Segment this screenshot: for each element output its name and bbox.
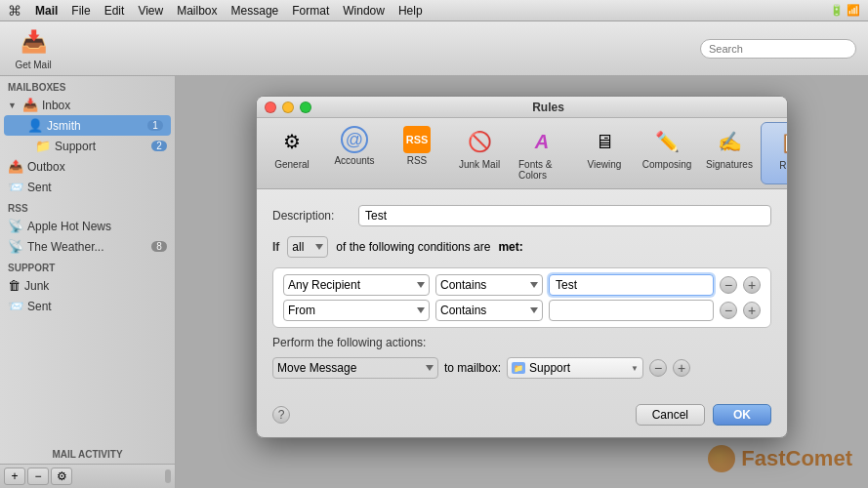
sidebar-item-inbox[interactable]: ▼ 📥 Inbox xyxy=(0,95,175,115)
rss-header: RSS xyxy=(0,197,175,216)
sidebar-toolbar: + − ⚙ xyxy=(0,464,175,488)
action-row: Move Message Copy Message Delete Message… xyxy=(272,357,771,379)
sidebar-item-weather[interactable]: 📡 The Weather... 8 xyxy=(0,236,175,257)
dialog-title: Rules xyxy=(317,101,779,114)
condition-1-remove[interactable]: − xyxy=(720,276,737,294)
mailbox-icon: 📁 xyxy=(512,362,525,374)
outbox-label: Outbox xyxy=(27,160,167,174)
all-select[interactable]: all any xyxy=(287,236,328,258)
menu-window[interactable]: Window xyxy=(343,4,385,18)
menu-edit[interactable]: Edit xyxy=(104,4,125,18)
menu-view[interactable]: View xyxy=(138,4,163,18)
general-icon: ⚙ xyxy=(276,126,308,157)
rules-icon: 📋 xyxy=(776,127,788,158)
rules-tool-button[interactable]: 📋 Rules xyxy=(761,122,788,184)
action-add[interactable]: + xyxy=(673,359,690,377)
menu-mailbox[interactable]: Mailbox xyxy=(177,4,217,18)
jsmith-icon: 👤 xyxy=(27,118,43,133)
menu-bar-right: 🔋 📶 xyxy=(830,4,860,17)
sent-icon: 📨 xyxy=(8,180,23,194)
junkmail-tool-button[interactable]: 🚫 Junk Mail xyxy=(448,122,511,184)
mailbox-select[interactable]: 📁 Support ▼ xyxy=(507,357,643,379)
accounts-tool-button[interactable]: @ Accounts xyxy=(323,122,386,184)
rules-dialog: Rules ⚙ General @ Accounts xyxy=(256,96,788,438)
sidebar-item-sent2[interactable]: 📨 Sent xyxy=(0,296,175,316)
fontscolors-icon: A xyxy=(526,126,558,157)
apple-menu[interactable]: ⌘ xyxy=(8,3,21,19)
condition-row-1: Any Recipient From To Contains Does not … xyxy=(283,274,761,296)
app-window: ⌘ Mail File Edit View Mailbox Message Fo… xyxy=(0,0,868,488)
settings-mailbox-button[interactable]: ⚙ xyxy=(51,468,72,485)
condition-1-operator[interactable]: Contains Does not contain Begins with xyxy=(435,274,543,296)
rules-label: Rules xyxy=(779,160,788,171)
description-input[interactable] xyxy=(358,205,771,226)
conditions-text: of the following conditions are xyxy=(336,240,490,254)
composing-tool-button[interactable]: ✏️ Composing xyxy=(636,122,698,184)
sidebar-item-junk[interactable]: 🗑 Junk xyxy=(0,275,175,296)
condition-2-add[interactable]: + xyxy=(743,302,761,319)
signatures-tool-button[interactable]: ✍️ Signatures xyxy=(698,122,761,184)
signatures-icon: ✍️ xyxy=(714,126,745,157)
main-layout: MAILBOXES ▼ 📥 Inbox 👤 Jsmith 1 📁 Support… xyxy=(0,76,868,488)
condition-2-operator[interactable]: Contains Does not contain xyxy=(435,300,543,321)
inbox-label: Inbox xyxy=(42,99,167,112)
rss-icon-1: 📡 xyxy=(8,219,23,233)
sidebar-item-apple-hot-news[interactable]: 📡 Apple Hot News xyxy=(0,216,175,236)
action-type-select[interactable]: Move Message Copy Message Delete Message xyxy=(272,357,438,379)
sidebar-item-outbox[interactable]: 📤 Outbox xyxy=(0,156,175,177)
rss-tool-icon: RSS xyxy=(403,126,431,153)
apple-hot-news-label: Apple Hot News xyxy=(27,220,167,233)
viewing-tool-button[interactable]: 🖥 Viewing xyxy=(573,122,636,184)
support-badge: 2 xyxy=(151,141,167,151)
inbox-icon: 📥 xyxy=(22,98,38,112)
weather-label: The Weather... xyxy=(27,240,147,254)
dialog-toolbar: ⚙ General @ Accounts RSS RSS xyxy=(257,118,787,189)
fontscolors-tool-button[interactable]: A Fonts & Colors xyxy=(511,122,573,184)
fontscolors-label: Fonts & Colors xyxy=(518,159,565,181)
menu-message[interactable]: Message xyxy=(231,4,279,18)
menu-bar: ⌘ Mail File Edit View Mailbox Message Fo… xyxy=(0,0,868,21)
condition-2-remove[interactable]: − xyxy=(720,302,737,319)
remove-mailbox-button[interactable]: − xyxy=(27,468,49,485)
actions-label: Perform the following actions: xyxy=(272,336,771,349)
condition-1-field[interactable]: Any Recipient From To xyxy=(283,274,430,296)
help-button[interactable]: ? xyxy=(272,406,290,424)
action-remove[interactable]: − xyxy=(649,359,667,377)
close-button[interactable] xyxy=(265,102,276,113)
rss-tool-button[interactable]: RSS RSS xyxy=(386,122,448,184)
viewing-icon: 🖥 xyxy=(589,126,620,157)
condition-1-add[interactable]: + xyxy=(743,276,761,294)
jsmith-label: Jsmith xyxy=(47,119,144,133)
support-icon: 📁 xyxy=(35,139,51,153)
condition-1-value[interactable] xyxy=(549,274,714,296)
general-tool-button[interactable]: ⚙ General xyxy=(261,122,323,184)
met-text: met: xyxy=(498,240,522,254)
inbox-triangle: ▼ xyxy=(8,101,17,110)
menu-help[interactable]: Help xyxy=(398,4,423,18)
mail-activity-label: MAIL ACTIVITY xyxy=(0,445,175,464)
menu-mail[interactable]: Mail xyxy=(35,4,58,18)
menu-file[interactable]: File xyxy=(71,4,90,18)
to-mailbox-label: to mailbox: xyxy=(444,361,501,375)
accounts-label: Accounts xyxy=(334,155,374,166)
get-mail-button[interactable]: 📥 Get Mail xyxy=(12,26,55,70)
junk-icon: 🗑 xyxy=(8,278,21,293)
description-label: Description: xyxy=(272,209,351,223)
weather-badge: 8 xyxy=(151,241,167,252)
maximize-button[interactable] xyxy=(300,102,311,113)
condition-2-value[interactable] xyxy=(549,300,714,321)
ok-button[interactable]: OK xyxy=(713,404,771,426)
cancel-button[interactable]: Cancel xyxy=(636,404,705,426)
menu-format[interactable]: Format xyxy=(292,4,329,18)
support-section-header: SUPPORT xyxy=(0,257,175,275)
search-input[interactable] xyxy=(700,39,856,59)
condition-2-field[interactable]: From Any Recipient To xyxy=(283,300,430,321)
minimize-button[interactable] xyxy=(282,102,294,113)
resize-handle[interactable] xyxy=(165,469,171,483)
app-content: 📥 Get Mail MAILBOXES ▼ 📥 Inbox 👤 Jsmith xyxy=(0,21,868,488)
sent-label: Sent xyxy=(27,181,167,194)
sidebar-item-jsmith[interactable]: 👤 Jsmith 1 xyxy=(4,115,171,136)
sidebar-item-sent[interactable]: 📨 Sent xyxy=(0,177,175,197)
sidebar-item-support[interactable]: 📁 Support 2 xyxy=(0,136,175,156)
add-mailbox-button[interactable]: + xyxy=(4,468,25,485)
